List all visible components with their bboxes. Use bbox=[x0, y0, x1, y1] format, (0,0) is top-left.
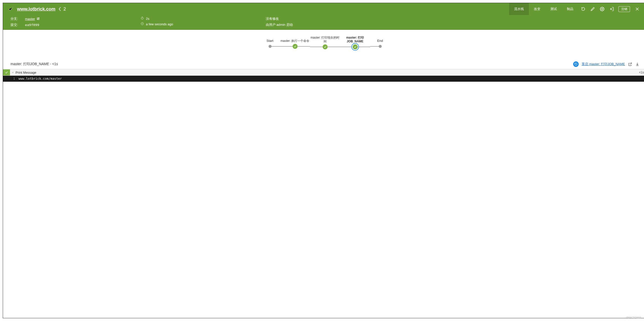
log-line-number: 1 bbox=[3, 77, 19, 80]
rerun-badge-icon[interactable] bbox=[573, 61, 579, 67]
gear-icon[interactable] bbox=[597, 3, 607, 15]
step-status-icon bbox=[3, 69, 10, 75]
commit-label: 提交: bbox=[11, 23, 23, 27]
step-duration: <1s bbox=[639, 71, 644, 74]
header-tabs: 流水线 改变 测试 制品 bbox=[509, 3, 578, 15]
started-value: a few seconds ago bbox=[146, 22, 173, 26]
logout-button[interactable]: 注销 bbox=[618, 6, 630, 12]
open-external-icon[interactable] bbox=[628, 62, 632, 66]
stage-start-label: Start bbox=[267, 36, 273, 44]
pipeline-graph: Start master: 执行一个命令 master: bbox=[3, 30, 644, 59]
watermark: @51CTO博客 bbox=[626, 316, 641, 319]
branch-link[interactable]: master bbox=[25, 17, 35, 21]
back-arrow-icon[interactable] bbox=[58, 7, 61, 11]
svg-point-5 bbox=[141, 17, 143, 20]
stage-start-node[interactable] bbox=[269, 45, 272, 48]
started-by-text: 由用户 admin 启动 bbox=[266, 23, 293, 27]
clock-icon bbox=[141, 22, 144, 26]
exit-icon[interactable] bbox=[607, 3, 616, 15]
step-header[interactable]: Print Message <1s bbox=[3, 69, 644, 76]
step-name: Print Message bbox=[16, 71, 639, 74]
stage-end-node[interactable] bbox=[379, 45, 382, 48]
step-section-title: master: 打印JOB_NAME - <1s bbox=[11, 62, 58, 66]
edit-icon[interactable] bbox=[588, 3, 597, 15]
stage-end-label: End bbox=[377, 36, 383, 44]
stage-3-label: master: 打印JOB_NAME bbox=[340, 36, 370, 44]
tab-pipeline[interactable]: 流水线 bbox=[509, 3, 529, 15]
stage-3-node[interactable] bbox=[353, 44, 358, 49]
branch-label: 分支: bbox=[11, 17, 23, 21]
tab-artifacts[interactable]: 制品 bbox=[562, 3, 578, 15]
pipeline-name-link[interactable]: www.lotbrick.com bbox=[17, 7, 55, 12]
duration-value: 2s bbox=[146, 17, 149, 21]
timer-icon bbox=[141, 17, 144, 21]
stage-1-node[interactable] bbox=[293, 44, 298, 49]
log-row: 1 www.lotbrick.com/master bbox=[3, 76, 644, 82]
rerun-icon[interactable] bbox=[578, 3, 588, 15]
stage-1-label: master: 执行一个命令 bbox=[281, 36, 309, 44]
svg-line-9 bbox=[630, 63, 631, 64]
run-status-icon bbox=[8, 6, 14, 12]
tab-tests[interactable]: 测试 bbox=[545, 3, 562, 15]
log-text: www.lotbrick.com/master bbox=[19, 77, 644, 80]
no-changes-text: 没有修改 bbox=[266, 17, 279, 21]
commit-hash: ea9f099 bbox=[25, 23, 39, 27]
rerun-stage-link[interactable]: 重启 master: 打印JOB_NAME bbox=[582, 62, 625, 66]
svg-point-0 bbox=[602, 9, 603, 10]
stage-2-node[interactable] bbox=[323, 44, 328, 49]
chevron-down-icon[interactable] bbox=[10, 71, 16, 74]
run-number: 2 bbox=[63, 7, 66, 12]
external-link-icon bbox=[37, 17, 40, 20]
close-icon[interactable] bbox=[632, 3, 642, 15]
stage-2-label: master: 打印现在的时间 bbox=[310, 36, 340, 44]
download-icon[interactable] bbox=[635, 62, 639, 66]
tab-changes[interactable]: 改变 bbox=[529, 3, 545, 15]
